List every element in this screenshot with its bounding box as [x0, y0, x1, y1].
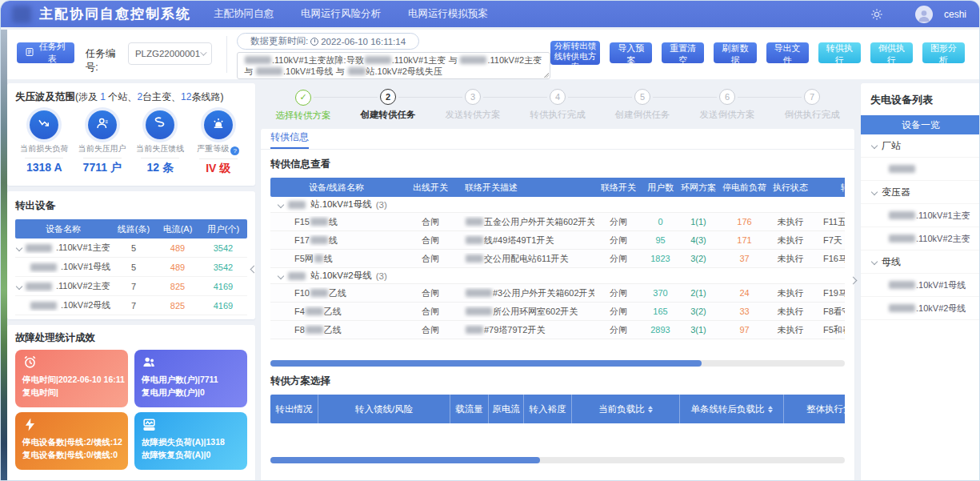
chevron-down-icon[interactable] — [871, 259, 878, 265]
task-list-button[interactable]: 任务列表 — [17, 42, 74, 63]
users-cell: 2893 — [642, 325, 678, 335]
stat-card: 故障损失负荷(A)|1318故障恢复负荷(A)|0 — [134, 412, 247, 470]
chevron-down-icon[interactable] — [16, 244, 22, 251]
exec-status-cell: 未执行 — [770, 253, 810, 265]
column-header: 转出情况 — [270, 395, 318, 423]
settings-gear-icon[interactable] — [870, 8, 883, 21]
table-row[interactable]: .10kV#2母线78254169 — [15, 296, 247, 315]
nav-menu-item-1[interactable]: 主配协同自愈 — [214, 7, 274, 21]
horizontal-scrollbar-bottom[interactable] — [270, 457, 845, 463]
toolbar-button-分析转出馈线转供电方案[interactable]: 分析转出馈线转供电方案 — [550, 41, 600, 65]
feeder-name-cell: F15线 — [270, 216, 402, 228]
toolbar-button-倒供执行[interactable]: 倒供执行 — [870, 42, 913, 63]
lines-cell: 7 — [111, 301, 156, 311]
toolbar-button-导入预案[interactable]: 导入预案 — [610, 42, 652, 63]
table-row[interactable]: F10乙线合闸#3公用户外开关箱602开关分闸3702(1)24未执行F19马 — [270, 284, 845, 303]
horizontal-scrollbar[interactable] — [270, 360, 845, 367]
stat-card: 停电时间|2022-06-10 16:11复电时间| — [15, 350, 128, 407]
impact-stat-当前损失负荷: 当前损失负荷1318 A — [15, 110, 74, 176]
step-label: 发送倒供方案 — [685, 109, 770, 121]
text-segment: 站.10kV#1母线 — [310, 198, 372, 210]
table-row[interactable]: .110kV#2主变78254169 — [15, 277, 247, 296]
toolbar-button-导出文件[interactable]: 导出文件 — [766, 42, 809, 63]
scrollbar-thumb[interactable] — [270, 360, 702, 367]
username[interactable]: ceshi — [944, 9, 966, 20]
stat-card-lines: 停电用户数(户)|7711复电用户数(户)|0 — [142, 373, 240, 399]
text-segment: (涉及 — [75, 91, 100, 102]
nav-menu-item-2[interactable]: 电网运行风险分析 — [301, 7, 381, 21]
collapse-left-panel-handle[interactable] — [249, 257, 258, 281]
app-logo — [12, 6, 31, 23]
chevron-down-icon[interactable] — [278, 272, 284, 279]
toolbar-button-转供执行[interactable]: 转供执行 — [818, 42, 861, 63]
toolbar-button-刷新数据[interactable]: 刷新数据 — [714, 42, 756, 63]
stat-card-lines: 停电时间|2022-06-10 16:11复电时间| — [22, 373, 121, 399]
text-segment: 乙线 — [324, 307, 342, 316]
stat-card-lines: 停电设备数|母线:2/馈线:12复电设备数|母线:0/馈线:0 — [22, 435, 121, 462]
toolbar-button-重置清空[interactable]: 重置清空 — [662, 42, 704, 63]
tree-item[interactable]: .10kV#2母线 — [861, 297, 980, 320]
chevron-down-icon[interactable] — [871, 189, 878, 195]
device-name-cell: .110kV#2主变 — [15, 280, 111, 292]
table-row[interactable]: F17线合闸线#49塔49T1开关分闸954(3)171未执行F7天 — [270, 231, 845, 250]
chevron-down-icon[interactable] — [278, 201, 284, 207]
sort-icon[interactable] — [768, 406, 773, 413]
text-segment: F10 — [294, 288, 310, 298]
tree-group-变压器[interactable]: 变压器 — [861, 181, 980, 204]
device-overview-bar[interactable]: 设备一览 — [861, 115, 980, 134]
table-row[interactable]: F15线合闸五金公用户外开关箱602开关分闸01(1)176未执行F11五 — [270, 213, 845, 231]
tab-transfer-info[interactable]: 转供信息 — [270, 130, 309, 149]
table-row[interactable]: F4乙线合闸所公用环网室602开关分闸1653(2)33未执行F8看守 — [270, 303, 845, 321]
user-icon — [88, 110, 117, 139]
column-header-label: 整体执行负载比 — [806, 403, 845, 415]
column-header: 电流(A) — [156, 223, 199, 235]
tree-group-厂站[interactable]: 厂站 — [861, 134, 980, 158]
feeder-name-cell: F10乙线 — [270, 287, 402, 299]
chevron-left-icon — [250, 265, 258, 273]
blurred-text — [26, 283, 52, 291]
nav-menu-item-3[interactable]: 电网运行模拟预案 — [408, 7, 488, 21]
table-row[interactable]: F8乙线合闸#79塔79T2开关分闸28933(1)97未执行F5和春 — [270, 321, 845, 339]
step-dot: 4 — [550, 89, 566, 105]
blurred-text — [466, 236, 483, 244]
blurred-text — [466, 255, 483, 263]
out-switch-cell: 合闸 — [402, 253, 458, 265]
table-row[interactable]: .110kV#1主变54893542 — [15, 238, 247, 258]
table-row[interactable]: F5网线合闸交公用配电站611开关分闸18233(2)37未执行F16马 — [270, 250, 845, 268]
chevron-down-icon[interactable] — [871, 142, 878, 149]
tree-group-母线[interactable]: 母线 — [861, 251, 980, 274]
text-segment: 五金公用户外开关箱602开关 — [484, 217, 594, 226]
tree-item[interactable]: .10kV#1母线 — [861, 274, 980, 297]
blurred-text — [26, 244, 52, 252]
blurred-text — [314, 255, 323, 263]
tie-switch-desc-cell: 交公用配电站611开关 — [458, 253, 594, 265]
update-time-pill: 数据更新时间: 2022-06-10 16:11:14 — [237, 33, 419, 50]
chevron-down-icon[interactable] — [16, 283, 22, 289]
tree-item[interactable]: .110kV#2主变 — [861, 227, 980, 251]
blurred-text — [306, 307, 323, 315]
load-chart-icon — [37, 116, 51, 134]
task-no-select[interactable]: PLZG22000001 — [128, 42, 212, 65]
tree-item[interactable] — [861, 158, 980, 181]
fault-description-input[interactable]: .110kV#1主变故障:导致.110kV#1主变 与 .110kV#2主变 与… — [237, 52, 550, 79]
current-cell: 825 — [156, 301, 199, 311]
user-avatar[interactable] — [915, 6, 933, 23]
sort-icon[interactable] — [648, 406, 653, 413]
users-cell: 370 — [642, 288, 678, 298]
out-switch-cell: 合闸 — [402, 306, 458, 318]
scrollbar-thumb[interactable] — [270, 457, 540, 463]
impact-stats: 当前损失负荷1318 A当前失压用户7711 户当前失压馈线12 条严重等级?I… — [15, 110, 247, 176]
step-创建倒供任务: 5创建倒供任务 — [600, 89, 685, 129]
out-switch-cell: 合闸 — [402, 216, 458, 228]
transfer-table-header: 设备/线路名称出线开关联络开关描述联络开关用户数环网方案停电前负荷执行状态转 — [270, 178, 845, 197]
help-icon[interactable]: ? — [230, 146, 239, 155]
tie-switch-cell: 分闸 — [594, 306, 642, 318]
tree-item[interactable]: .110kV#1主变 — [861, 204, 980, 227]
group-row[interactable]: 站.10kV#2母线 (3) — [270, 268, 845, 284]
step-dot: 5 — [634, 89, 650, 105]
expand-right-panel-handle[interactable] — [848, 268, 858, 292]
group-row[interactable]: 站.10kV#1母线 (3) — [270, 197, 845, 213]
column-header: 转 — [810, 182, 845, 194]
toolbar-button-图形分析[interactable]: 图形分析 — [922, 42, 965, 63]
table-row[interactable]: .10kV#1母线54893542 — [15, 258, 247, 277]
